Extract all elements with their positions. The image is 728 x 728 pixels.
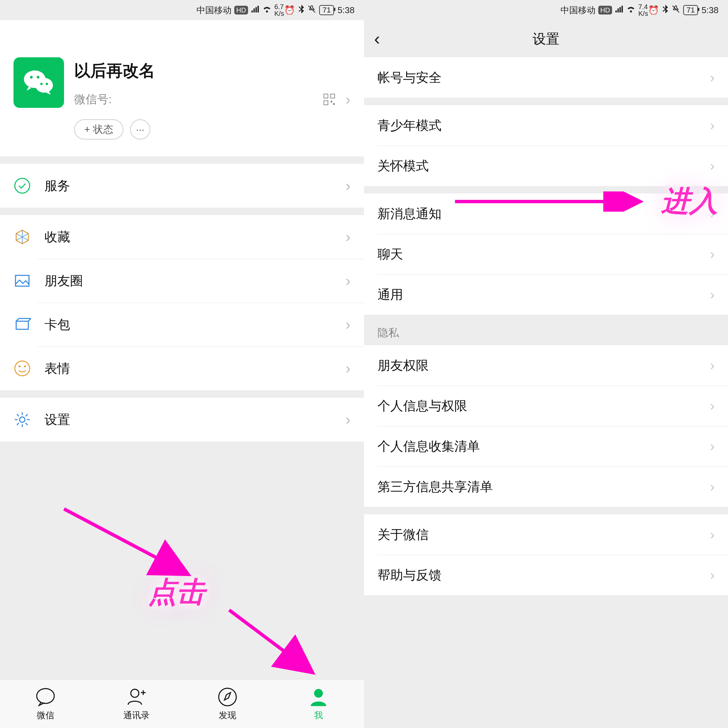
status-bar: 中国移动 HD 6.7 K/s ⏰ 71 5:38 xyxy=(0,0,364,20)
person-icon xyxy=(308,687,329,707)
row-account-security[interactable]: 帐号与安全 › xyxy=(364,57,728,98)
svg-rect-9 xyxy=(330,101,332,102)
tab-label: 微信 xyxy=(37,710,54,721)
battery-indicator: 71 xyxy=(319,5,334,15)
row-label: 通用 xyxy=(378,286,710,303)
section-header-privacy: 隐私 xyxy=(364,315,728,345)
phone-right-settings-screen: 中国移动 HD 7.4 K/s ⏰ 71 5:38 ‹ 设置 帐号与安全 › 青… xyxy=(364,0,728,728)
row-teen-mode[interactable]: 青少年模式 › xyxy=(364,105,728,145)
carrier-label: 中国移动 xyxy=(196,5,231,16)
hd-badge: HD xyxy=(598,6,612,14)
row-third-party-list[interactable]: 第三方信息共享清单 › xyxy=(364,466,728,507)
bluetooth-icon xyxy=(662,5,668,16)
chevron-right-icon: › xyxy=(710,358,714,373)
svg-line-22 xyxy=(229,610,310,671)
svg-point-16 xyxy=(20,417,25,422)
row-personal-info-list[interactable]: 个人信息收集清单 › xyxy=(364,426,728,466)
contacts-icon xyxy=(126,687,147,707)
row-notifications[interactable]: 新消息通知 › xyxy=(364,193,728,234)
row-cards[interactable]: 卡包 › xyxy=(0,303,364,346)
svg-point-1 xyxy=(35,78,53,93)
row-label: 帐号与安全 xyxy=(378,69,710,86)
tab-label: 通讯录 xyxy=(123,710,150,721)
row-label: 第三方信息共享清单 xyxy=(378,478,710,496)
phone-left-me-screen: 中国移动 HD 6.7 K/s ⏰ 71 5:38 xyxy=(0,0,364,728)
section-divider xyxy=(364,186,728,193)
row-label: 个人信息与权限 xyxy=(378,398,710,414)
section-divider xyxy=(0,390,364,398)
mute-icon xyxy=(308,5,316,15)
qrcode-icon[interactable] xyxy=(323,93,335,106)
chevron-right-icon: › xyxy=(346,360,350,377)
row-label: 帮助与反馈 xyxy=(378,567,710,584)
row-friends-permission[interactable]: 朋友权限 › xyxy=(364,345,728,385)
bluetooth-icon xyxy=(298,5,304,16)
row-care-mode[interactable]: 关怀模式 › xyxy=(364,145,728,186)
stickers-icon xyxy=(14,359,31,377)
row-general[interactable]: 通用 › xyxy=(364,274,728,315)
section-divider xyxy=(364,507,728,514)
status-button[interactable]: + 状态 xyxy=(74,119,123,139)
tab-discover[interactable]: 发现 xyxy=(182,679,273,728)
compass-icon xyxy=(217,687,238,707)
row-about[interactable]: 关于微信 › xyxy=(364,514,728,555)
row-services[interactable]: 服务 › xyxy=(0,164,364,208)
svg-rect-6 xyxy=(324,94,328,98)
row-label: 卡包 xyxy=(44,316,346,333)
settings-gear-icon xyxy=(14,411,31,428)
row-label: 朋友权限 xyxy=(378,357,710,374)
tab-chats[interactable]: 微信 xyxy=(0,679,91,728)
alarm-icon: ⏰ xyxy=(648,5,659,15)
chevron-right-icon: › xyxy=(346,411,350,428)
row-personal-info-permission[interactable]: 个人信息与权限 › xyxy=(364,385,728,426)
chevron-right-icon: › xyxy=(710,567,714,583)
row-label: 设置 xyxy=(44,411,346,428)
svg-point-17 xyxy=(37,688,54,704)
network-speed: 6.7 K/s xyxy=(274,3,284,17)
signal-icon xyxy=(615,5,624,15)
tab-me[interactable]: 我 xyxy=(273,679,364,728)
annotation-arrow-to-settings-icon xyxy=(57,502,206,586)
chevron-right-icon: › xyxy=(710,527,714,542)
section-divider xyxy=(0,208,364,215)
avatar[interactable] xyxy=(14,57,64,108)
svg-line-21 xyxy=(64,509,185,573)
svg-rect-8 xyxy=(324,101,328,105)
row-label: 新消息通知 xyxy=(378,205,710,222)
status-bar: 中国移动 HD 7.4 K/s ⏰ 71 5:38 xyxy=(364,0,728,20)
mute-icon xyxy=(672,5,680,15)
nav-bar: ‹ 设置 xyxy=(364,20,728,57)
wifi-icon xyxy=(626,5,636,15)
wifi-icon xyxy=(262,5,272,15)
chevron-right-icon: › xyxy=(346,316,350,333)
network-speed: 7.4 K/s xyxy=(638,3,648,17)
signal-icon xyxy=(251,5,260,15)
battery-indicator: 71 xyxy=(683,5,698,15)
svg-point-13 xyxy=(15,361,30,376)
chevron-right-icon: › xyxy=(710,70,714,85)
section-divider xyxy=(0,156,364,164)
svg-point-14 xyxy=(18,366,21,367)
services-icon xyxy=(14,177,31,194)
chevron-right-icon: › xyxy=(710,247,714,262)
tab-contacts[interactable]: 通讯录 xyxy=(91,679,182,728)
status-more-button[interactable]: ··· xyxy=(130,119,150,139)
row-label: 表情 xyxy=(44,360,346,377)
row-stickers[interactable]: 表情 › xyxy=(0,346,364,390)
wechat-logo-icon xyxy=(22,66,56,99)
svg-point-15 xyxy=(24,366,26,367)
row-moments[interactable]: 朋友圈 › xyxy=(0,259,364,303)
chat-bubble-icon xyxy=(35,687,56,707)
chevron-right-icon: › xyxy=(346,228,350,245)
section-divider xyxy=(364,98,728,105)
profile-header[interactable]: 以后再改名 微信号: › + 状态 ··· xyxy=(0,20,364,156)
svg-point-19 xyxy=(219,688,236,706)
row-favorites[interactable]: 收藏 › xyxy=(0,215,364,259)
chevron-right-icon: › xyxy=(710,206,714,222)
row-settings[interactable]: 设置 › xyxy=(0,398,364,442)
carrier-label: 中国移动 xyxy=(560,5,595,16)
svg-point-20 xyxy=(314,689,323,698)
row-help-feedback[interactable]: 帮助与反馈 › xyxy=(364,555,728,595)
row-chats[interactable]: 聊天 › xyxy=(364,234,728,274)
svg-point-18 xyxy=(131,689,139,697)
